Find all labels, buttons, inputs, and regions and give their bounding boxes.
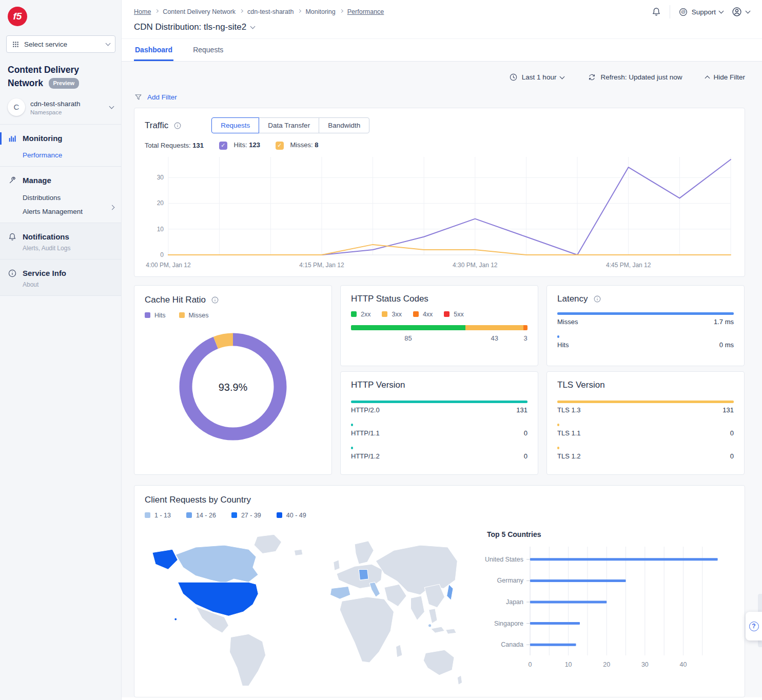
- sidebar-item-distributions[interactable]: Distributions: [0, 187, 121, 202]
- status-5xx-swatch: [444, 311, 450, 317]
- chevron-right-icon: [155, 9, 159, 13]
- svg-text:4:30 PM, Jan 12: 4:30 PM, Jan 12: [453, 262, 498, 269]
- hide-filter-label: Hide Filter: [713, 73, 745, 81]
- svg-text:4:00 PM, Jan 12: 4:00 PM, Jan 12: [146, 262, 191, 269]
- support-menu[interactable]: @ Support: [678, 7, 723, 17]
- country-japan[interactable]: [447, 584, 453, 600]
- region-uk: [334, 559, 340, 570]
- svg-text:10: 10: [157, 225, 164, 232]
- sidebar-item-sublabel: Alerts, Audit Logs: [23, 245, 121, 252]
- breadcrumb-namespace[interactable]: cdn-test-sharath: [247, 8, 294, 15]
- info-icon[interactable]: [211, 296, 219, 304]
- breadcrumb-home[interactable]: Home: [134, 8, 151, 15]
- svg-text:0: 0: [160, 251, 164, 258]
- tab-requests[interactable]: Requests: [192, 39, 224, 61]
- sidebar-item-service-info[interactable]: Service Info: [0, 267, 121, 279]
- sidebar-item-monitoring[interactable]: Monitoring: [0, 132, 121, 145]
- f5-logo[interactable]: f5: [0, 0, 121, 30]
- latency-misses-meter: Misses1.7 ms: [557, 312, 734, 326]
- chevron-right-icon: [340, 9, 343, 13]
- country-usa-alaska[interactable]: [152, 549, 178, 569]
- time-range-label: Last 1 hour: [522, 73, 557, 81]
- region-se-asia: [429, 608, 438, 623]
- help-button[interactable]: ?: [746, 612, 762, 641]
- sidebar-item-manage[interactable]: Manage: [0, 174, 121, 187]
- svg-text:40: 40: [680, 661, 687, 668]
- region-madagascar: [396, 644, 402, 657]
- breadcrumb-monitoring[interactable]: Monitoring: [305, 8, 335, 15]
- page-title-dropdown[interactable]: CDN Distribution: tls-ng-site2: [134, 22, 750, 32]
- http2-meter: HTTP/2.0131: [351, 401, 527, 414]
- chevron-right-icon: [240, 9, 243, 13]
- country-singapore[interactable]: [428, 624, 432, 627]
- bucket4-swatch: [277, 512, 282, 518]
- hide-filter-button[interactable]: Hide Filter: [706, 73, 745, 81]
- preview-badge: Preview: [49, 78, 80, 89]
- traffic-mode-data-transfer[interactable]: Data Transfer: [259, 117, 319, 133]
- add-filter-button[interactable]: Add Filter: [134, 93, 745, 102]
- refresh-button[interactable]: Refresh: Updated just now: [588, 73, 682, 82]
- svg-text:4:45 PM, Jan 12: 4:45 PM, Jan 12: [606, 262, 651, 269]
- world-map: [145, 522, 476, 696]
- tls12-meter: TLS 1.20: [557, 447, 734, 460]
- divider: [670, 5, 670, 18]
- sidebar-item-alerts-management[interactable]: Alerts Management: [0, 202, 83, 215]
- sidebar-section-notifications: Notifications Alerts, Audit Logs: [0, 223, 121, 259]
- support-icon: @: [678, 7, 688, 17]
- traffic-mode-requests[interactable]: Requests: [211, 117, 259, 133]
- traffic-mode-bandwidth[interactable]: Bandwidth: [319, 117, 369, 133]
- status-title: HTTP Status Codes: [351, 294, 428, 304]
- product-header: Content Delivery Network Preview: [0, 53, 121, 92]
- country-spain[interactable]: [330, 586, 350, 599]
- sidebar-item-notifications[interactable]: Notifications: [0, 231, 121, 243]
- sidebar: f5 Select service Content Delivery Netwo…: [0, 0, 122, 700]
- http12-meter: HTTP/1.20: [351, 447, 527, 460]
- support-label: Support: [692, 8, 716, 16]
- info-icon[interactable]: [173, 122, 182, 130]
- region-indonesia: [431, 626, 445, 632]
- http-version-title: HTTP Version: [351, 380, 405, 390]
- info-icon[interactable]: [593, 295, 601, 303]
- account-menu[interactable]: [731, 6, 750, 17]
- sidebar-item-performance[interactable]: Performance: [0, 145, 121, 159]
- sidebar-item-label: Notifications: [23, 232, 69, 241]
- bar-chart-icon: [8, 134, 17, 143]
- notifications-bell-icon[interactable]: [651, 7, 661, 17]
- country-usa[interactable]: [178, 582, 258, 616]
- tab-dashboard[interactable]: Dashboard: [134, 39, 173, 61]
- breadcrumb-cdn[interactable]: Content Delivery Network: [163, 8, 236, 15]
- filter-bar: Last 1 hour Refresh: Updated just now Hi…: [134, 68, 745, 88]
- namespace-name: cdn-test-sharath: [30, 100, 81, 108]
- dashboard-content: Last 1 hour Refresh: Updated just now Hi…: [122, 62, 762, 700]
- time-range-dropdown[interactable]: Last 1 hour: [509, 73, 564, 82]
- traffic-mode-toggle: Requests Data Transfer Bandwidth: [211, 117, 369, 133]
- refresh-label: Refresh: Updated just now: [600, 73, 682, 81]
- namespace-selector[interactable]: C cdn-test-sharath Namespace: [0, 92, 121, 124]
- misses-checkbox[interactable]: ✓: [276, 142, 284, 150]
- svg-text:20: 20: [157, 199, 164, 207]
- namespace-type: Namespace: [30, 109, 81, 115]
- tls13-meter: TLS 1.3131: [557, 401, 734, 414]
- chevron-down-icon: [560, 74, 565, 79]
- cache-title: Cache Hit Ratio: [145, 295, 206, 305]
- traffic-title: Traffic: [145, 121, 168, 131]
- country-italy[interactable]: [369, 582, 380, 597]
- sidebar-section-monitoring: Monitoring Performance: [0, 124, 121, 166]
- misses-toggle[interactable]: ✓ Misses: 8: [276, 141, 319, 150]
- country-usa-hawaii[interactable]: [174, 617, 177, 620]
- hits-checkbox[interactable]: ✓: [219, 142, 227, 150]
- tls-version-title: TLS Version: [557, 380, 605, 390]
- page-title: CDN Distribution: tls-ng-site2: [134, 22, 246, 32]
- legend-hits: Hits: [145, 312, 166, 319]
- tls-version-card: TLS Version TLS 1.3131 TLS 1.10 TLS 1.20: [546, 371, 745, 475]
- client-requests-by-country-card: Client Requests by Country 1 - 13 14 - 2…: [134, 485, 745, 697]
- svg-text:10: 10: [565, 661, 572, 668]
- country-germany[interactable]: [359, 569, 368, 580]
- breadcrumb-performance[interactable]: Performance: [347, 8, 384, 15]
- question-mark-icon: ?: [749, 622, 759, 631]
- hits-swatch: [145, 312, 150, 318]
- status-2xx-swatch: [351, 311, 357, 317]
- hits-toggle[interactable]: ✓ Hits: 123: [219, 141, 260, 150]
- country-canada[interactable]: [175, 545, 258, 583]
- select-service-dropdown[interactable]: Select service: [6, 35, 115, 53]
